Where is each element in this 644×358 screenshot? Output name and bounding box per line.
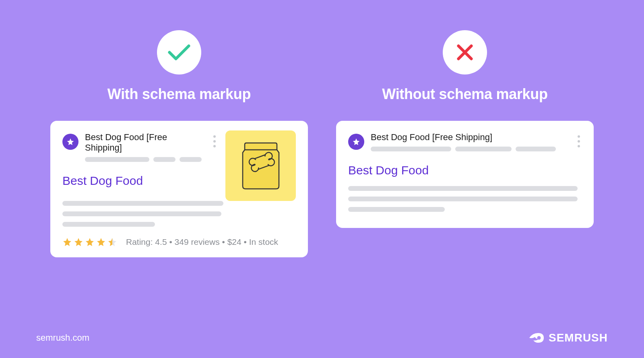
result-title[interactable]: Best Dog Food [62, 174, 217, 188]
check-badge [157, 30, 201, 74]
brand-name: SEMRUSH [549, 331, 608, 344]
description-placeholder [62, 201, 296, 227]
star-full-icon [74, 237, 83, 247]
star-full-icon [85, 237, 95, 247]
more-menu-icon[interactable] [576, 132, 582, 147]
more-menu-icon[interactable] [212, 132, 217, 147]
star-rating [62, 237, 117, 247]
star-icon [66, 138, 74, 146]
check-icon [167, 43, 191, 62]
breadcrumb-placeholder [371, 147, 570, 151]
brand-logo: SEMRUSH [528, 331, 608, 344]
column-title-with: With schema markup [107, 86, 251, 103]
cross-badge [443, 30, 487, 74]
semrush-fireball-icon [528, 331, 545, 344]
star-full-icon [62, 237, 72, 247]
rating-summary-text: Rating: 4.5 • 349 reviews • $24 • In sto… [126, 237, 278, 247]
breadcrumb-title: Best Dog Food [Free Shipping] [85, 132, 205, 153]
description-placeholder [348, 186, 582, 212]
rating-row: Rating: 4.5 • 349 reviews • $24 • In sto… [62, 237, 296, 247]
favicon [62, 134, 78, 150]
column-without-schema: Without schema markup Best Dog Food [Fre… [336, 30, 594, 257]
footer-url: semrush.com [36, 333, 89, 343]
star-full-icon [96, 237, 106, 247]
column-with-schema: With schema markup Best Dog Food [Free S… [50, 30, 308, 257]
cross-icon [455, 43, 475, 62]
favicon [348, 134, 364, 150]
star-half-icon [107, 237, 117, 247]
star-icon [352, 138, 360, 146]
serp-card-without-schema: Best Dog Food [Free Shipping] Best Dog F… [336, 121, 594, 228]
serp-card-with-schema: Best Dog Food [Free Shipping] Best Dog F… [50, 121, 308, 257]
footer: semrush.com SEMRUSH [0, 331, 644, 344]
column-title-without: Without schema markup [382, 86, 547, 103]
comparison-columns: With schema markup Best Dog Food [Free S… [0, 0, 644, 257]
dog-food-bag-icon [239, 140, 283, 192]
breadcrumb-placeholder [85, 157, 205, 162]
breadcrumb-title: Best Dog Food [Free Shipping] [371, 132, 570, 143]
result-title[interactable]: Best Dog Food [348, 163, 582, 177]
product-thumbnail [225, 130, 296, 201]
svg-point-5 [537, 336, 541, 340]
